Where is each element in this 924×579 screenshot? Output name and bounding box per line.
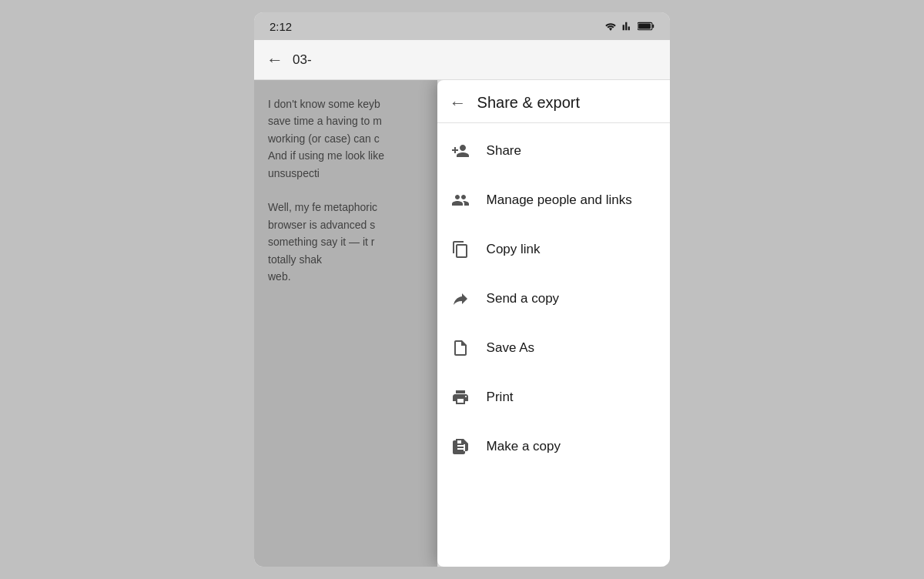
- signal-icon: [622, 21, 633, 32]
- menu-item-print[interactable]: Print: [437, 373, 670, 422]
- sheet-header: ← Share & export: [437, 80, 670, 123]
- menu-item-save-as[interactable]: Save As: [437, 323, 670, 373]
- app-bar: ← 03-: [254, 40, 670, 80]
- copy-link-icon: [450, 239, 471, 260]
- print-label: Print: [487, 390, 514, 405]
- svg-rect-1: [652, 25, 654, 28]
- dim-overlay: [254, 80, 437, 567]
- app-bar-back-button[interactable]: ←: [266, 50, 283, 70]
- menu-item-share[interactable]: Share: [437, 126, 670, 176]
- save-as-label: Save As: [487, 340, 534, 356]
- svg-rect-2: [638, 23, 651, 28]
- make-copy-label: Make a copy: [487, 439, 561, 454]
- phone-frame: 2:12 ← 03- I don't know some keybsave: [254, 12, 670, 567]
- status-icons: [604, 21, 654, 32]
- file-icon: [450, 337, 471, 359]
- battery-icon: [638, 22, 654, 31]
- send-copy-label: Send a copy: [487, 291, 560, 306]
- wifi-icon: [604, 21, 618, 32]
- menu-item-send-copy[interactable]: Send a copy: [437, 274, 670, 323]
- status-time: 2:12: [270, 20, 292, 33]
- print-icon: [450, 387, 471, 408]
- people-icon: [450, 189, 471, 211]
- menu-item-copy-link[interactable]: Copy link: [437, 225, 670, 274]
- menu-item-manage-people[interactable]: Manage people and links: [437, 176, 670, 225]
- copy-file-icon: [450, 436, 471, 457]
- menu-item-make-copy[interactable]: Make a copy: [437, 422, 670, 471]
- sheet-back-button[interactable]: ←: [450, 95, 467, 112]
- sheet-title: Share & export: [477, 94, 580, 112]
- copy-link-label: Copy link: [487, 242, 541, 257]
- share-export-sheet: ← Share & export Share: [437, 80, 670, 567]
- app-bar-title: 03-: [293, 52, 312, 68]
- share-label: Share: [487, 143, 521, 159]
- status-bar: 2:12: [254, 12, 670, 40]
- content-area: I don't know some keybsave time a having…: [254, 80, 670, 567]
- share-arrow-icon: [450, 288, 471, 310]
- menu-list: Share Manage people and links: [437, 123, 670, 474]
- manage-people-label: Manage people and links: [487, 192, 632, 208]
- person-add-icon: [450, 140, 471, 162]
